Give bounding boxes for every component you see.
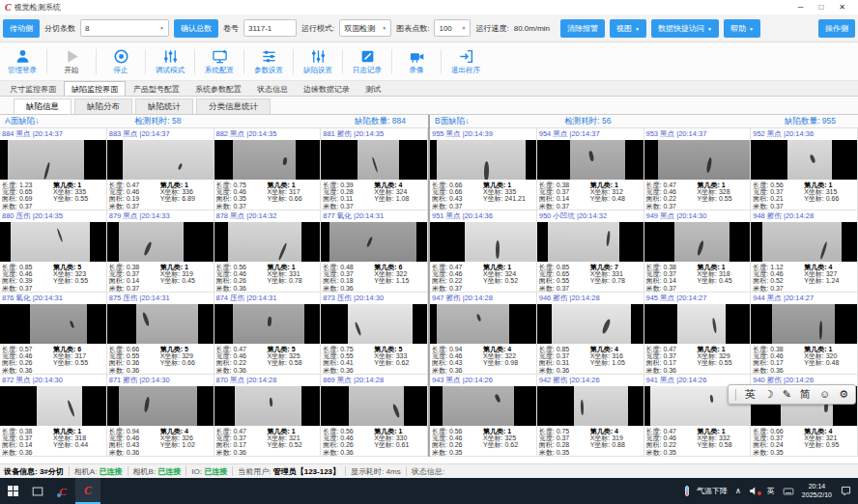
meta-meter: 米数: 0.37 <box>2 285 53 292</box>
defect-cell[interactable]: 872 黑点 |20:14:30长度: 0.38宽度: 0.37面积: 0.14… <box>0 375 107 457</box>
main-tab-3[interactable]: 系统参数配置 <box>187 81 249 96</box>
run-mode-select[interactable]: 双面检测 ▼ <box>339 19 391 37</box>
defect-meta: 长度: 0.94宽度: 0.46面积: 0.43米数: 0.36第几类: 4X坐… <box>430 344 536 374</box>
main-tab-4[interactable]: 状态信息 <box>249 81 296 96</box>
main-tab-0[interactable]: 尺寸监控界面 <box>2 81 64 96</box>
ime-settings-icon[interactable]: ⚙ <box>839 384 848 405</box>
defect-cell[interactable]: 877 氧化 |20:14:31长度: 0.48宽度: 0.37面积: 0.18… <box>321 210 428 293</box>
sub-tab-0[interactable]: 缺陷信息 <box>14 98 72 114</box>
param-settings-button[interactable]: 参数设置 <box>248 48 289 75</box>
defect-cell[interactable]: 952 黑点 |20:14:36长度: 0.56宽度: 0.37面积: 0.21… <box>751 128 858 210</box>
clear-alarm-button[interactable]: 清除报警 <box>560 19 605 38</box>
record-video-button[interactable]: 录像 <box>396 48 437 75</box>
defect-cell[interactable]: 879 黑点 |20:14:33长度: 0.38宽度: 0.37面积: 0.14… <box>107 210 214 293</box>
meta-x: X坐标: 335 <box>53 188 104 195</box>
defect-cell[interactable]: 874 压伤 |20:14:31长度: 0.47宽度: 0.46面积: 0.22… <box>214 293 322 375</box>
defect-cell[interactable]: 881 擦伤 |20:14:35长度: 0.39宽度: 0.28面积: 0.11… <box>321 128 428 210</box>
defect-cell[interactable]: 884 黑点 |20:14:37长度: 1.23宽度: 0.65面积: 0.69… <box>0 128 107 210</box>
defect-cell[interactable]: 955 黑点 |20:14:39长度: 0.66宽度: 0.66面积: 0.43… <box>430 128 537 210</box>
view-menu-button[interactable]: 视图▼ <box>610 19 646 38</box>
defect-cell[interactable]: 950 小凹坑 |20:14:32长度: 0.85宽度: 0.65面积: 0.5… <box>537 210 644 293</box>
drive-side-button[interactable]: 传动侧 <box>3 19 40 38</box>
defect-cell[interactable]: 949 黑点 |20:14:30长度: 0.38宽度: 0.37面积: 0.14… <box>644 210 752 293</box>
sub-tab-2[interactable]: 缺陷统计 <box>135 98 193 114</box>
main-tab-5[interactable]: 边缘数据记录 <box>296 81 358 96</box>
defect-cell[interactable]: 873 压伤 |20:14:30长度: 0.75宽度: 0.55面积: 0.41… <box>321 293 428 375</box>
start-button[interactable]: 开始 <box>51 48 92 75</box>
meta-width: 宽度: 0.65 <box>539 270 590 277</box>
defect-cell[interactable]: 880 压伤 |20:14:35长度: 0.85宽度: 0.46面积: 0.39… <box>0 210 107 293</box>
slit-count-select[interactable]: 8 ▼ <box>80 19 169 37</box>
main-tab-2[interactable]: 产品型号配置 <box>126 81 187 96</box>
defect-cell[interactable]: 948 擦伤 |20:14:28长度: 1.12宽度: 0.46面积: 0.52… <box>751 210 858 293</box>
confirm-total-button[interactable]: 确认总数 <box>174 19 218 38</box>
defect-cell[interactable]: 875 压伤 |20:14:31长度: 0.66宽度: 0.55面积: 0.36… <box>107 293 214 375</box>
main-tab-1[interactable]: 缺陷监控界面 <box>64 81 126 96</box>
quick-access-menu-button[interactable]: 数据快捷访问▼ <box>651 19 719 38</box>
sub-tab-1[interactable]: 缺陷分布 <box>74 98 132 114</box>
defect-cell[interactable]: 947 擦伤 |20:14:28长度: 0.94宽度: 0.46面积: 0.43… <box>430 293 537 375</box>
admin-login-button[interactable]: 管理登录 <box>2 48 43 75</box>
sub-tab-3[interactable]: 分类信息统计 <box>196 98 271 114</box>
tray-expand-icon[interactable]: ∧ <box>735 487 741 495</box>
defect-meta: 长度: 0.56宽度: 0.37面积: 0.21米数: 0.37第几类: 1X坐… <box>751 180 857 210</box>
defect-image <box>537 386 644 426</box>
defect-meta: 长度: 0.47宽度: 0.46面积: 0.22米数: 0.35第几类: 1X坐… <box>644 426 751 456</box>
status-value: 已连接 <box>204 467 227 476</box>
weather-text[interactable]: 气温下降 <box>697 486 728 496</box>
defect-settings-button[interactable]: 缺陷设置 <box>298 48 338 75</box>
image-gray-band <box>228 222 301 262</box>
chart-points-select[interactable]: 100 ▼ <box>434 19 471 37</box>
taskbar-app-active[interactable]: C <box>75 478 100 504</box>
defect-cell[interactable]: 883 黑点 |20:14:37长度: 0.47宽度: 0.46面积: 0.19… <box>107 128 214 210</box>
ime-emoji-icon[interactable]: ☺ <box>819 384 830 405</box>
meta-area: 面积: 0.41 <box>323 359 374 366</box>
operator-side-button[interactable]: 操作侧 <box>818 19 855 38</box>
ime-pen-icon[interactable]: ✎ <box>783 384 791 405</box>
defect-cell[interactable]: 943 黑点 |20:14:26长度: 0.56宽度: 0.46面积: 0.26… <box>430 375 537 457</box>
meta-x: X坐标: 330 <box>374 434 425 441</box>
clock[interactable]: 20:14 2025/2/10 <box>802 483 832 499</box>
defect-cell[interactable]: 944 黑点 |20:14:27长度: 0.38宽度: 0.46面积: 0.17… <box>751 293 858 375</box>
defect-cell[interactable]: 954 黑点 |20:14:37长度: 0.38宽度: 0.37面积: 0.14… <box>537 128 644 210</box>
ime-simplified[interactable]: 简 <box>800 384 811 405</box>
log-record-button[interactable]: 日志记录 <box>347 48 387 75</box>
start-button[interactable] <box>0 478 25 504</box>
keyboard-icon[interactable] <box>783 486 794 497</box>
task-view-button[interactable] <box>25 478 50 504</box>
defect-image <box>0 304 106 344</box>
defect-cell[interactable]: 871 擦伤 |20:14:30长度: 0.94宽度: 0.46面积: 0.43… <box>107 375 214 457</box>
notification-center-icon[interactable] <box>840 485 852 497</box>
ime-lang-en[interactable]: 英 <box>745 384 756 405</box>
stop-button[interactable]: 停止 <box>100 48 141 75</box>
defect-cell[interactable]: 876 氧化 |20:14:31长度: 0.57宽度: 0.46面积: 0.26… <box>0 293 107 375</box>
maximize-button[interactable]: □ <box>818 3 823 12</box>
defect-cell[interactable]: 946 擦伤 |20:14:28长度: 0.85宽度: 0.37面积: 0.31… <box>537 293 644 375</box>
defect-cell[interactable]: 878 黑点 |20:14:32长度: 0.56宽度: 0.46面积: 0.26… <box>214 210 322 293</box>
defect-image <box>321 304 427 344</box>
help-menu-button[interactable]: 帮助▼ <box>724 19 760 38</box>
defect-cell[interactable]: 945 黑点 |20:14:27长度: 0.47宽度: 0.37面积: 0.17… <box>644 293 752 375</box>
defect-cell[interactable]: 869 黑点 |20:14:28长度: 0.56宽度: 0.46面积: 0.26… <box>321 375 428 457</box>
defect-cell[interactable]: 953 黑点 |20:14:37长度: 0.47宽度: 0.46面积: 0.22… <box>644 128 752 210</box>
system-config-button[interactable]: 系统配置 <box>199 48 240 75</box>
ime-night-icon[interactable]: ☽ <box>764 384 774 405</box>
defect-cell[interactable]: 951 黑点 |20:14:36长度: 0.47宽度: 0.46面积: 0.22… <box>430 210 537 293</box>
close-button[interactable]: ✕ <box>839 3 845 12</box>
main-tab-6[interactable]: 测试 <box>358 81 388 96</box>
meta-col-right: 第几类: 5X坐标: 323Y坐标: 0.55 <box>53 264 104 292</box>
meta-x: X坐标: 321 <box>267 434 318 441</box>
defect-cell[interactable]: 882 黑点 |20:14:35长度: 0.75宽度: 0.46面积: 0.35… <box>214 128 322 210</box>
debug-mode-button[interactable]: 调试模式 <box>150 48 190 75</box>
taskbar-app-pinned[interactable]: C <box>50 478 75 504</box>
volume-icon[interactable] <box>749 486 759 496</box>
defect-cell[interactable]: 942 擦伤 |20:14:26长度: 0.75宽度: 0.37面积: 0.28… <box>537 375 644 457</box>
defect-meta: 长度: 0.56宽度: 0.46面积: 0.26米数: 0.35第几类: 1X坐… <box>430 426 536 456</box>
exit-program-button[interactable]: 退出程序 <box>445 48 486 75</box>
meta-col-left: 长度: 0.47宽度: 0.37面积: 0.17米数: 0.36 <box>216 428 268 456</box>
meta-x: X坐标: 319 <box>590 434 642 441</box>
minimize-button[interactable]: ─ <box>798 3 804 12</box>
roll-number-input[interactable] <box>243 19 297 37</box>
tray-language-indicator[interactable]: 英 <box>767 486 775 496</box>
defect-cell[interactable]: 870 黑点 |20:14:28长度: 0.47宽度: 0.37面积: 0.17… <box>214 375 322 457</box>
